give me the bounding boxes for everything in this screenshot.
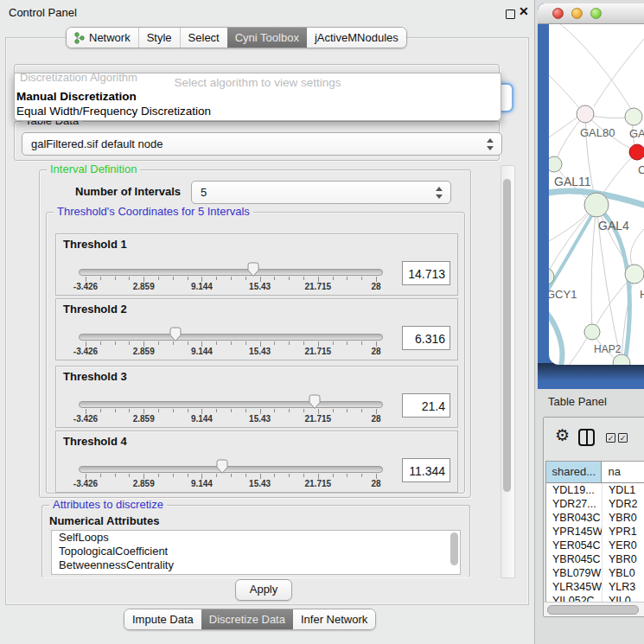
threshold-label: Threshold 2 xyxy=(63,303,127,316)
zoom-traffic-light[interactable] xyxy=(590,8,602,19)
slider-thumb[interactable] xyxy=(169,327,182,342)
cell-shared-name[interactable]: YBR045C xyxy=(546,552,603,566)
tick-label: 9.144 xyxy=(175,282,227,291)
slider-track[interactable] xyxy=(79,269,383,276)
number-of-intervals-value: 5 xyxy=(201,186,207,199)
table-row[interactable]: YPR145WYPR1 xyxy=(546,525,644,539)
cell-name[interactable]: YLR3 xyxy=(603,580,644,594)
node-label-gcy1: GCY1 xyxy=(549,288,577,301)
tab-label: Cyni Toolbox xyxy=(235,31,299,44)
attribute-list-item[interactable]: SelfLoops xyxy=(52,531,460,545)
network-node-hap2[interactable] xyxy=(584,324,600,340)
table-data-combo[interactable]: galFiltered.sif default node xyxy=(22,132,502,156)
popup-item-equal-width-frequency[interactable]: Equal Width/Frequency Discretization xyxy=(16,105,211,118)
tick-mark xyxy=(361,474,362,477)
column-header-name[interactable]: na xyxy=(602,462,644,482)
cell-name[interactable]: YPR1 xyxy=(603,525,644,539)
attribute-list-item[interactable]: TopologicalCoefficient xyxy=(52,545,460,558)
network-node-gal4[interactable] xyxy=(584,193,609,217)
tick-mark xyxy=(289,277,290,280)
tick-label: 28 xyxy=(350,347,402,356)
tab-label: Network xyxy=(89,31,131,44)
cell-name[interactable]: YDL1 xyxy=(603,483,644,497)
cell-shared-name[interactable]: YPR145W xyxy=(546,525,603,539)
table-hscrollbar-thumb[interactable] xyxy=(547,605,639,615)
slider-thumb[interactable] xyxy=(308,394,322,410)
attributes-list-scrollbar[interactable] xyxy=(450,532,458,565)
cell-shared-name[interactable]: YBL079W xyxy=(546,566,603,580)
network-node-h-node[interactable] xyxy=(625,265,644,284)
tab-infer-network[interactable]: Infer Network xyxy=(293,609,375,629)
threshold-value-input[interactable]: 6.316 xyxy=(402,326,450,350)
table-row[interactable]: YBL079WYBL0 xyxy=(546,566,644,580)
tick-mark xyxy=(188,341,188,345)
slider-thumb[interactable] xyxy=(215,459,229,475)
tab-select[interactable]: Select xyxy=(180,28,227,48)
tick-mark xyxy=(231,341,232,345)
number-of-intervals-combo[interactable]: 5 xyxy=(191,181,451,204)
cell-name[interactable]: YDR2 xyxy=(603,497,644,511)
attribute-list-item[interactable]: BetweennessCentrality xyxy=(52,558,460,572)
network-edge xyxy=(551,338,587,365)
cell-shared-name[interactable]: YDR27... xyxy=(546,497,603,511)
network-canvas[interactable]: GAL80GACGAL11GAL4GCY1HHAP2 xyxy=(549,23,644,365)
table-row[interactable]: YBR043CYBR0 xyxy=(546,511,644,525)
table-row[interactable]: YBR045CYBR0 xyxy=(546,552,644,566)
cell-shared-name[interactable]: YDL19... xyxy=(546,483,603,497)
cell-name[interactable]: YBR0 xyxy=(603,511,644,525)
gear-icon[interactable]: ⚙ xyxy=(555,427,570,443)
threshold-value-input[interactable]: 14.713 xyxy=(402,261,450,285)
tick-mark xyxy=(216,341,217,345)
tick-mark xyxy=(289,474,290,477)
panel-scrollbar-thumb[interactable] xyxy=(503,179,511,492)
table-row[interactable]: YLR345WYLR3 xyxy=(546,580,644,594)
cell-shared-name[interactable]: YBR043C xyxy=(546,511,603,525)
cell-shared-name[interactable]: YLR345W xyxy=(546,580,603,594)
popup-hint: Select algorithm to view settings xyxy=(15,76,501,89)
tab-jactivemnodules[interactable]: jActiveMNodules xyxy=(307,28,406,48)
popup-item-manual-discretization[interactable]: Manual Discretization xyxy=(16,90,137,103)
network-node-red-node[interactable] xyxy=(629,144,644,160)
tick-label: 2.859 xyxy=(118,414,169,424)
tab-label: Discretize Data xyxy=(209,613,285,626)
threshold-value-input[interactable]: 21.4 xyxy=(402,393,450,418)
tick-label: 28 xyxy=(350,479,402,488)
table-row[interactable]: YER054CYER0 xyxy=(546,539,644,552)
slider-track[interactable] xyxy=(79,334,383,341)
tick-mark xyxy=(188,474,188,477)
numerical-attributes-list[interactable]: SelfLoopsTopologicalCoefficientBetweenne… xyxy=(51,530,461,575)
tab-style[interactable]: Style xyxy=(138,28,180,48)
panel-scrollbar[interactable] xyxy=(501,165,515,578)
network-node-gal-top[interactable] xyxy=(625,108,642,125)
checkbox-icon[interactable]: ✓ xyxy=(618,433,628,443)
network-node-gal80[interactable] xyxy=(577,105,594,123)
cell-name[interactable]: YBR0 xyxy=(603,552,644,566)
tab-impute-data[interactable]: Impute Data xyxy=(124,609,201,629)
table-row[interactable]: YDL19...YDL1 xyxy=(546,483,644,497)
slider-track[interactable] xyxy=(79,401,383,408)
tab-discretize-data[interactable]: Discretize Data xyxy=(201,609,293,629)
split-columns-icon[interactable] xyxy=(578,429,595,446)
table-row[interactable]: YDR27...YDR2 xyxy=(546,497,644,511)
tick-label: 28 xyxy=(350,282,402,291)
node-label-hap2: HAP2 xyxy=(594,343,622,355)
cell-shared-name[interactable]: YER054C xyxy=(546,539,603,552)
threshold-value-input[interactable]: 11.344 xyxy=(402,458,450,482)
slider-thumb[interactable] xyxy=(246,262,260,277)
cell-name[interactable]: YBL0 xyxy=(603,566,644,580)
slider-track[interactable] xyxy=(79,466,383,473)
checkbox-icon[interactable]: ✓ xyxy=(606,433,615,443)
tab-cyni-toolbox[interactable]: Cyni Toolbox xyxy=(227,28,307,48)
table-horizontal-scrollbar[interactable] xyxy=(544,602,644,616)
apply-button[interactable]: Apply xyxy=(235,579,292,601)
float-window-icon[interactable] xyxy=(506,10,515,19)
close-traffic-light[interactable] xyxy=(552,8,564,19)
tick-mark xyxy=(100,341,101,345)
minimize-traffic-light[interactable] xyxy=(571,8,583,19)
tab-network[interactable]: Network xyxy=(67,28,138,48)
close-icon[interactable]: ✕ xyxy=(519,4,529,18)
cell-name[interactable]: YER0 xyxy=(603,539,644,552)
column-header-shared-name[interactable]: shared... xyxy=(546,462,602,482)
network-node-gal11[interactable] xyxy=(549,156,562,172)
tick-mark xyxy=(303,474,304,477)
